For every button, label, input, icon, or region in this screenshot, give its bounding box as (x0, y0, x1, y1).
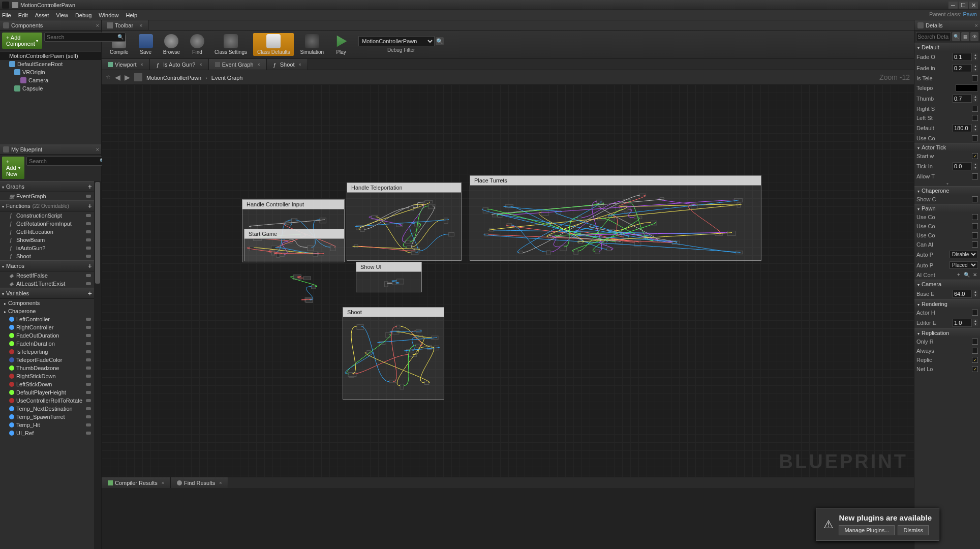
parent-class-link[interactable]: Pawn (963, 11, 977, 17)
item-temp_hit[interactable]: Temp_Hit (0, 421, 94, 429)
tab-event-graph[interactable]: Event Graph× (209, 59, 267, 70)
search-icon[interactable]: 🔍 (952, 32, 960, 41)
play-button[interactable]: Play (330, 33, 352, 56)
property-checkbox[interactable] (972, 135, 978, 141)
item-leftstickdown[interactable]: LeftStickDown (0, 380, 94, 388)
item-rightstickdown[interactable]: RightStickDown (0, 372, 94, 380)
visibility-icon[interactable] (86, 230, 91, 233)
visibility-icon[interactable] (86, 350, 91, 353)
tab-is-auto-gun-[interactable]: ƒIs Auto Gun?× (150, 59, 209, 70)
myblueprint-search-input[interactable] (26, 157, 108, 166)
visibility-icon[interactable] (86, 282, 91, 285)
comment-shoot[interactable]: Shoot (343, 307, 444, 400)
spinner[interactable]: ▲▼ (973, 125, 978, 132)
visibility-icon[interactable] (86, 247, 91, 250)
property-checkbox[interactable]: ✓ (972, 357, 978, 363)
add-new-button[interactable]: + Add New▾ (2, 157, 24, 179)
item-gethitlocation[interactable]: ƒGetHitLocation (0, 228, 94, 236)
menu-view[interactable]: View (56, 12, 68, 18)
components-search-input[interactable] (44, 33, 126, 42)
reset-icon[interactable]: ✕ (972, 272, 978, 278)
visibility-icon[interactable] (86, 423, 91, 426)
visibility-icon[interactable] (86, 195, 91, 198)
item-resetiffalse[interactable]: ◆ResetIfFalse (0, 271, 94, 280)
details-search-input[interactable] (916, 32, 951, 41)
property-checkbox[interactable] (972, 214, 978, 220)
property-checkbox[interactable] (972, 223, 978, 229)
close-icon[interactable]: × (258, 62, 260, 67)
scrollbar[interactable] (94, 181, 101, 549)
visibility-icon[interactable] (86, 222, 91, 225)
close-icon[interactable]: × (975, 22, 978, 28)
property-checkbox[interactable] (972, 241, 978, 248)
property-checkbox[interactable] (972, 115, 978, 121)
close-icon[interactable]: × (219, 480, 222, 485)
tab-shoot[interactable]: ƒShoot× (267, 59, 308, 70)
property-checkbox[interactable] (972, 75, 978, 81)
menu-file[interactable]: File (2, 12, 11, 18)
property-select[interactable]: Placed in (950, 261, 978, 269)
tab-find-results[interactable]: Find Results × (171, 477, 228, 488)
item-leftcontroller[interactable]: LeftController (0, 315, 94, 323)
maximize-button[interactable]: ☐ (959, 2, 968, 9)
manage-plugins-button[interactable]: Manage Plugins... (839, 525, 895, 535)
visibility-icon[interactable] (86, 391, 91, 394)
property-checkbox[interactable] (972, 339, 978, 345)
save-button[interactable]: Save (135, 33, 157, 56)
property-input[interactable] (953, 53, 972, 61)
visibility-icon[interactable] (86, 214, 91, 217)
close-icon[interactable]: × (139, 22, 142, 28)
eye-icon[interactable]: 👁 (970, 32, 978, 41)
property-input[interactable] (953, 319, 972, 327)
add-icon[interactable]: + (88, 202, 92, 210)
item-thumbdeadzone[interactable]: ThumbDeadzone (0, 364, 94, 372)
comment-show-ui[interactable]: Show UI (356, 262, 422, 292)
simulation-button[interactable]: Simulation (296, 33, 328, 56)
component-root-self[interactable]: MotionControllerPawn (self) (0, 52, 101, 60)
section-variables[interactable]: ▾Variables+ (0, 288, 94, 299)
comment-handle-teleportation[interactable]: Handle Teleportation (347, 182, 462, 261)
property-checkbox[interactable]: ✓ (972, 153, 978, 159)
item-fadeinduration[interactable]: FadeInDuration (0, 340, 94, 348)
toolbar-tab[interactable]: Toolbar × (102, 20, 148, 30)
details-section-rendering[interactable]: Rendering (914, 299, 980, 308)
dismiss-button[interactable]: Dismiss (898, 525, 929, 535)
property-input[interactable] (953, 290, 972, 298)
property-input[interactable] (953, 64, 972, 72)
section-functions[interactable]: ▾Functions(22 Overridable)+ (0, 200, 94, 211)
property-checkbox[interactable] (972, 232, 978, 238)
tab-compiler-results[interactable]: Compiler Results × (102, 477, 171, 488)
component-camera[interactable]: Camera (0, 76, 101, 84)
browse-icon[interactable]: 🔍 (964, 272, 970, 278)
property-select[interactable]: Disabled (950, 251, 978, 258)
section-expand-icon[interactable] (914, 181, 980, 186)
close-icon[interactable]: × (96, 146, 99, 152)
find-button[interactable]: Find (186, 33, 208, 56)
visibility-icon[interactable] (86, 383, 91, 386)
debug-filter-select[interactable]: MotionControllerPawn (358, 36, 435, 46)
property-checkbox[interactable] (972, 310, 978, 316)
item-constructionscript[interactable]: ƒConstructionScript (0, 211, 94, 220)
close-icon[interactable]: × (162, 480, 164, 485)
visibility-icon[interactable] (86, 255, 91, 258)
item-defaultplayerheight[interactable]: DefaultPlayerHeight (0, 388, 94, 396)
class-settings-button[interactable]: Class Settings (210, 33, 251, 56)
close-icon[interactable]: × (141, 62, 143, 67)
spinner[interactable]: ▲▼ (973, 319, 978, 326)
menu-debug[interactable]: Debug (75, 12, 91, 18)
item-teleportfadecolor[interactable]: TeleportFadeColor (0, 356, 94, 364)
category-chaperone[interactable]: Chaperone (0, 307, 94, 315)
visibility-icon[interactable] (86, 342, 91, 345)
section-macros[interactable]: ▾Macros+ (0, 260, 94, 271)
spinner[interactable]: ▲▼ (973, 65, 978, 72)
details-section-camera[interactable]: Camera (914, 280, 980, 288)
item-isautogun-[interactable]: ƒisAutoGun? (0, 244, 94, 252)
details-section-replication[interactable]: Replication (914, 328, 980, 337)
add-icon[interactable]: + (88, 182, 92, 191)
visibility-icon[interactable] (86, 432, 91, 435)
visibility-icon[interactable] (86, 399, 91, 402)
property-input[interactable] (953, 124, 972, 132)
details-panel-tab[interactable]: Details × (914, 20, 980, 30)
comment-start-game[interactable]: Start Game (244, 229, 345, 261)
minimize-button[interactable]: ─ (948, 2, 958, 9)
